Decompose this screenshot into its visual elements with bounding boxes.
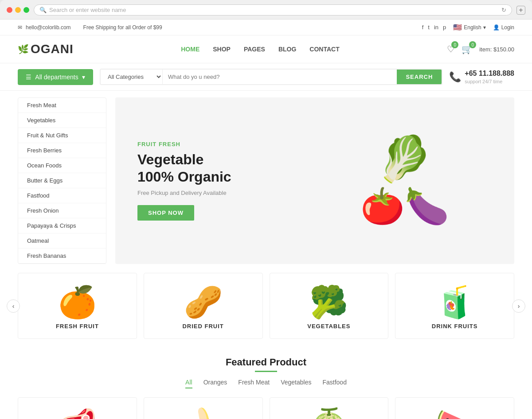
address-text: Search or enter website name — [49, 7, 126, 13]
drink-fruits-icon: 🧃 — [404, 287, 505, 318]
filter-fresh-meat[interactable]: Fresh Meat — [238, 379, 270, 388]
nav-contact[interactable]: CONTACT — [309, 46, 339, 53]
nav-pages[interactable]: PAGES — [244, 46, 265, 53]
vegetables-icon: 🥦 — [279, 287, 379, 318]
filter-oranges[interactable]: Oranges — [203, 379, 227, 388]
product-filter-tabs: All Oranges Fresh Meat Vegetables Fastfo… — [18, 379, 514, 388]
category-card-drink-fruits[interactable]: 🧃 DRINK FRUITS — [395, 273, 514, 339]
search-form: All Categories SEARCH — [100, 69, 442, 85]
product-image-guava: 🍈 — [279, 407, 379, 419]
prev-category-button[interactable]: ‹ — [7, 299, 20, 313]
phone-number: +65 11.188.888 — [465, 69, 514, 78]
product-image-watermelon: 🍉 — [404, 407, 505, 419]
browser-dots — [7, 7, 29, 13]
sidebar-item-fruit-nut[interactable]: Fruit & Nut Gifts — [18, 128, 106, 143]
main-nav: HOME SHOP PAGES BLOG CONTACT — [181, 46, 340, 53]
language-selector[interactable]: 🇺🇸 English ▾ — [453, 23, 485, 31]
wishlist-button[interactable]: ♡ 0 — [447, 44, 455, 54]
nav-blog[interactable]: BLOG — [278, 46, 296, 53]
sidebar-item-fresh-meat[interactable]: Fresh Meat — [18, 98, 106, 113]
wishlist-badge: 0 — [451, 41, 458, 48]
topbar-left: ✉ hello@colorlib.com Free Shipping for a… — [18, 24, 162, 31]
departments-label: All departments — [35, 74, 78, 81]
category-label-vegetables: VEGETABLES — [279, 323, 379, 330]
reload-icon: ↻ — [501, 7, 506, 13]
product-image-banana: 🍌 — [153, 407, 254, 419]
email-icon: ✉ — [18, 24, 22, 31]
filter-fastfood[interactable]: Fastfood — [322, 379, 346, 388]
hero-title: Vegetable 100% Organic — [137, 151, 231, 185]
hero-vegetables-image: 🥬 🍅🍆 — [360, 136, 449, 225]
phone-support: support 24/7 time — [465, 78, 514, 85]
maximize-dot[interactable] — [23, 7, 29, 13]
sidebar-item-ocean-foods[interactable]: Ocean Foods — [18, 158, 106, 173]
login-label: Login — [501, 24, 514, 31]
chevron-down-icon: ▾ — [82, 74, 85, 81]
top-bar: ✉ hello@colorlib.com Free Shipping for a… — [0, 19, 532, 35]
sidebar-item-vegetables[interactable]: Vegetables — [18, 113, 106, 128]
category-label-drink-fruits: DRINK FRUITS — [404, 323, 505, 330]
departments-button[interactable]: ☰ All departments ▾ — [18, 69, 93, 85]
sidebar-item-oatmeal[interactable]: Oatmeal — [18, 233, 106, 248]
search-area: ☰ All departments ▾ All Categories SEARC… — [0, 63, 532, 91]
sidebar-item-fresh-berries[interactable]: Fresh Berries — [18, 143, 106, 158]
cart-button[interactable]: 🛒 0 — [462, 44, 473, 54]
twitter-icon[interactable]: t — [428, 24, 430, 31]
main-content: Fresh Meat Vegetables Fruit & Nut Gifts … — [0, 97, 532, 264]
phone-box: 📞 +65 11.188.888 support 24/7 time — [449, 69, 514, 85]
phone-info: +65 11.188.888 support 24/7 time — [465, 69, 514, 85]
pinterest-icon[interactable]: p — [443, 24, 446, 31]
login-link[interactable]: 👤 Login — [493, 24, 514, 31]
minimize-dot[interactable] — [15, 7, 21, 13]
search-input[interactable] — [163, 70, 397, 84]
sidebar-item-butter-eggs[interactable]: Butter & Eggs — [18, 173, 106, 188]
user-icon: 👤 — [493, 24, 500, 31]
category-select[interactable]: All Categories — [101, 70, 163, 84]
product-card-meat[interactable]: 🥩 — [18, 397, 137, 419]
cart-total: item: $150.00 — [479, 46, 514, 53]
logo[interactable]: 🌿 OGANI — [18, 42, 74, 56]
menu-icon: ☰ — [26, 74, 31, 81]
new-tab-button[interactable]: + — [516, 6, 525, 15]
cart-badge: 0 — [469, 41, 476, 48]
next-category-button[interactable]: › — [512, 299, 525, 313]
browser-toolbar: 🔍 Search or enter website name ↻ + — [7, 4, 525, 19]
sidebar-item-papayaya[interactable]: Papayaya & Crisps — [18, 218, 106, 233]
featured-section: Featured Product All Oranges Fresh Meat … — [0, 348, 532, 419]
filter-all[interactable]: All — [185, 379, 192, 388]
product-card-banana[interactable]: 🍌 — [144, 397, 263, 419]
sidebar: Fresh Meat Vegetables Fruit & Nut Gifts … — [18, 97, 106, 264]
hero-subtitle: FRUIT FRESH — [137, 141, 180, 147]
flag-icon: 🇺🇸 — [453, 23, 462, 31]
hero-desc: Free Pickup and Delivery Available — [137, 190, 227, 196]
site-header: 🌿 OGANI HOME SHOP PAGES BLOG CONTACT ♡ 0… — [0, 35, 532, 63]
sidebar-item-fastfood[interactable]: Fastfood — [18, 188, 106, 203]
product-card-guava[interactable]: 🍈 — [270, 397, 389, 419]
topbar-shipping: Free Shipping for all Order of $99 — [83, 24, 162, 31]
dried-fruit-icon: 🥜 — [153, 287, 254, 318]
search-button[interactable]: SEARCH — [397, 70, 442, 84]
linkedin-icon[interactable]: in — [434, 24, 438, 31]
filter-vegetables[interactable]: Vegetables — [281, 379, 311, 388]
phone-icon: 📞 — [449, 71, 461, 83]
category-card-fresh-fruit[interactable]: 🍊 FRESH FRUIT — [18, 273, 137, 339]
logo-text: OGANI — [31, 42, 74, 56]
category-card-vegetables[interactable]: 🥦 VEGETABLES — [270, 273, 389, 339]
featured-title: Featured Product — [18, 357, 514, 368]
category-card-dried-fruit[interactable]: 🥜 DRIED FRUIT — [144, 273, 263, 339]
sidebar-item-fresh-bananas[interactable]: Fresh Bananas — [18, 248, 106, 264]
nav-shop[interactable]: SHOP — [213, 46, 231, 53]
chevron-down-icon: ▾ — [483, 24, 486, 31]
search-icon: 🔍 — [39, 7, 47, 13]
category-label-dried-fruit: DRIED FRUIT — [153, 323, 254, 330]
category-section: ‹ 🍊 FRESH FRUIT 🥜 DRIED FRUIT 🥦 VEGETABL… — [0, 264, 532, 348]
topbar-email: hello@colorlib.com — [26, 24, 71, 31]
nav-home[interactable]: HOME — [181, 46, 200, 53]
category-cards: 🍊 FRESH FRUIT 🥜 DRIED FRUIT 🥦 VEGETABLES… — [18, 273, 514, 339]
close-dot[interactable] — [7, 7, 12, 13]
product-card-watermelon[interactable]: 🍉 — [395, 397, 514, 419]
address-bar[interactable]: 🔍 Search or enter website name ↻ — [34, 4, 512, 16]
shop-now-button[interactable]: SHOP NOW — [137, 205, 194, 221]
facebook-icon[interactable]: f — [422, 24, 424, 31]
sidebar-item-fresh-onion[interactable]: Fresh Onion — [18, 203, 106, 218]
